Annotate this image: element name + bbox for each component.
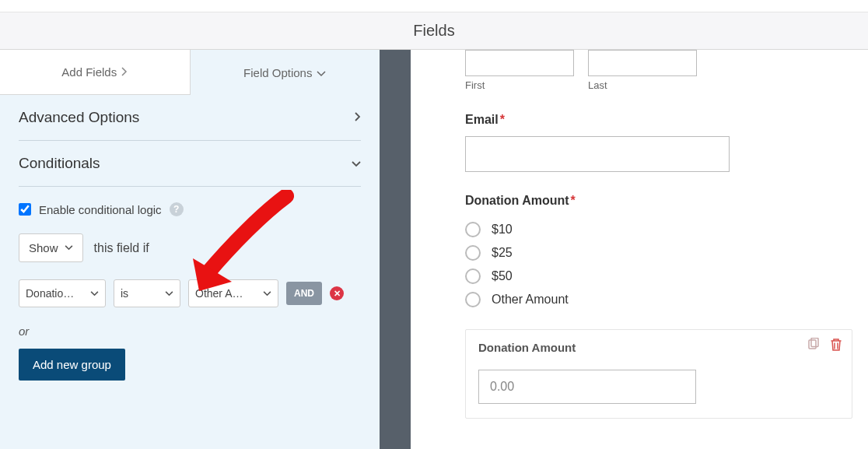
tab-add-fields[interactable]: Add Fields xyxy=(0,50,191,95)
email-label: Email* xyxy=(465,113,505,127)
donation-amount-field: Donation Amount* $10 $25 $50 Other Amoun… xyxy=(465,194,852,307)
enable-conditional-row: Enable conditional logic ? xyxy=(19,202,361,216)
email-input[interactable] xyxy=(465,136,730,172)
chevron-down-icon xyxy=(352,157,361,170)
section-advanced-options[interactable]: Advanced Options xyxy=(19,95,361,141)
duplicate-icon[interactable] xyxy=(807,338,821,354)
section-title: Conditionals xyxy=(19,155,100,172)
radio-label: Other Amount xyxy=(492,293,569,307)
first-name-sublabel: First xyxy=(465,79,574,91)
selected-amount-field[interactable]: Donation Amount 0.00 xyxy=(465,329,852,419)
action-select[interactable]: Show xyxy=(19,233,83,262)
first-name-col: First xyxy=(465,50,574,91)
chevron-down-icon xyxy=(65,245,73,251)
section-conditionals[interactable]: Conditionals xyxy=(19,141,361,187)
name-field-row: First Last xyxy=(465,50,852,91)
logic-phrase: this field if xyxy=(94,241,149,255)
trash-icon[interactable] xyxy=(830,338,842,354)
radio-icon xyxy=(465,292,481,307)
chevron-down-icon xyxy=(317,66,326,79)
sidebar-content: Advanced Options Conditionals Enable con… xyxy=(0,95,380,449)
radio-label: $25 xyxy=(492,246,513,260)
svg-rect-0 xyxy=(809,340,816,349)
last-name-input[interactable] xyxy=(588,50,697,76)
section-title: Advanced Options xyxy=(19,109,139,126)
tab-field-options[interactable]: Field Options xyxy=(191,50,380,95)
radio-option[interactable]: $25 xyxy=(465,245,852,261)
required-asterisk: * xyxy=(571,194,576,207)
tab-label: Add Fields xyxy=(61,65,117,79)
add-group-button[interactable]: Add new group xyxy=(19,349,125,381)
delete-rule-button[interactable]: ✕ xyxy=(330,286,344,300)
enable-conditional-checkbox[interactable] xyxy=(19,203,31,216)
action-select-value: Show xyxy=(29,241,58,254)
sidebar-panel: Add Fields Field Options Advanced Option… xyxy=(0,50,380,449)
rule-field-select[interactable]: Donatio… xyxy=(19,279,106,307)
rule-operator-value: is xyxy=(121,287,128,300)
field-actions xyxy=(807,338,842,354)
required-asterisk: * xyxy=(500,113,505,126)
chevron-right-icon xyxy=(355,111,361,124)
page-header: Fields xyxy=(0,12,868,50)
amount-input[interactable]: 0.00 xyxy=(478,370,696,404)
last-name-col: Last xyxy=(588,50,697,91)
main-layout: Add Fields Field Options Advanced Option… xyxy=(0,50,868,449)
and-button[interactable]: AND xyxy=(286,282,322,305)
form-preview: First Last Email* Donation Amount* $10 $… xyxy=(411,50,868,449)
svg-rect-1 xyxy=(811,339,818,347)
radio-icon xyxy=(465,268,481,284)
rule-row: Donatio… is Other A… AND ✕ xyxy=(19,279,361,307)
chevron-down-icon xyxy=(263,291,271,296)
radio-option[interactable]: Other Amount xyxy=(465,292,852,307)
page-title: Fields xyxy=(413,22,454,40)
rule-field-value: Donatio… xyxy=(26,287,74,300)
window-top-bar xyxy=(0,0,868,12)
tabs-row: Add Fields Field Options xyxy=(0,50,380,95)
conditionals-body: Enable conditional logic ? Show this fie… xyxy=(19,187,361,381)
rule-value-value: Other A… xyxy=(195,287,243,300)
first-name-input[interactable] xyxy=(465,50,574,76)
donation-radio-list: $10 $25 $50 Other Amount xyxy=(465,222,852,307)
panel-divider xyxy=(380,50,411,449)
help-icon[interactable]: ? xyxy=(170,202,184,216)
email-field: Email* xyxy=(465,113,852,172)
chevron-right-icon xyxy=(121,65,128,79)
or-label: or xyxy=(19,324,361,338)
close-icon: ✕ xyxy=(334,289,341,298)
radio-label: $50 xyxy=(492,269,513,283)
radio-icon xyxy=(465,245,481,261)
amount-label: Donation Amount xyxy=(478,341,576,354)
radio-option[interactable]: $50 xyxy=(465,268,852,284)
radio-icon xyxy=(465,222,481,237)
tab-label: Field Options xyxy=(243,66,312,79)
logic-action-row: Show this field if xyxy=(19,233,361,262)
rule-operator-select[interactable]: is xyxy=(114,279,180,307)
chevron-down-icon xyxy=(165,291,173,296)
enable-conditional-label: Enable conditional logic xyxy=(39,203,162,216)
radio-option[interactable]: $10 xyxy=(465,222,852,237)
chevron-down-icon xyxy=(90,291,99,296)
rule-value-select[interactable]: Other A… xyxy=(188,279,278,307)
radio-label: $10 xyxy=(492,223,513,237)
last-name-sublabel: Last xyxy=(588,79,697,91)
donation-label: Donation Amount* xyxy=(465,194,576,208)
